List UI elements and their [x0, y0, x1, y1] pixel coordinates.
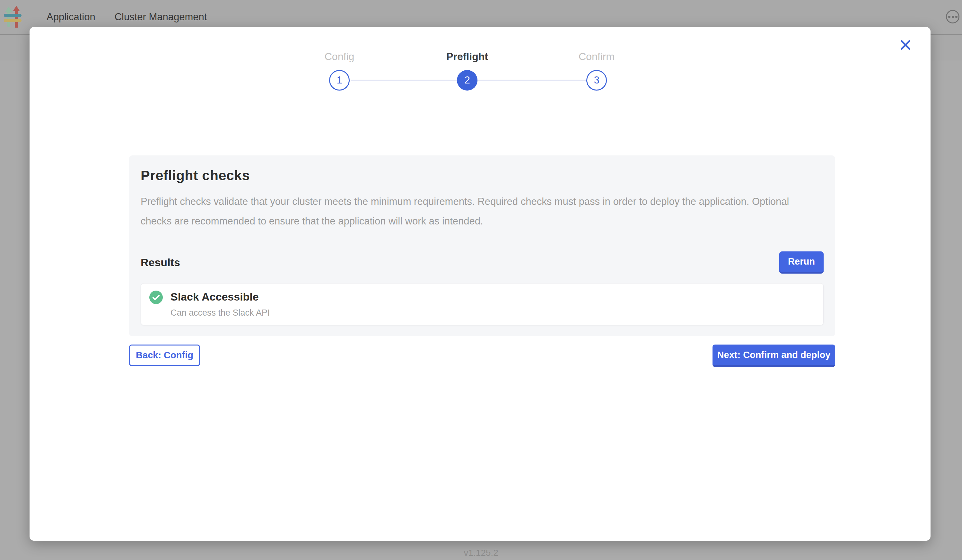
step-circle-1: 1 [329, 70, 350, 90]
step-circle-2: 2 [457, 70, 478, 90]
results-header-row: Results Rerun [140, 252, 823, 274]
rerun-button[interactable]: Rerun [779, 252, 823, 274]
check-detail: Can access the Slack API [171, 308, 270, 318]
preflight-check-row: Slack Accessible Can access the Slack AP… [140, 283, 823, 325]
app-version-text: v1.125.2 [0, 548, 962, 558]
next-confirm-deploy-button[interactable]: Next: Confirm and deploy [712, 345, 835, 367]
preflight-wizard-modal: Config Preflight Confirm 1 2 3 Preflight… [29, 27, 931, 541]
step-label-confirm: Confirm [533, 51, 661, 63]
check-text: Slack Accessible Can access the Slack AP… [171, 290, 270, 318]
results-label: Results [140, 256, 180, 269]
step-circle-3: 3 [586, 70, 607, 90]
step-label-preflight: Preflight [403, 51, 531, 63]
back-config-button[interactable]: Back: Config [129, 345, 200, 366]
wizard-actions-row: Back: Config Next: Confirm and deploy [129, 345, 835, 367]
nav-item-application[interactable]: Application [47, 11, 95, 23]
preflight-panel: Preflight checks Preflight checks valida… [129, 155, 835, 336]
step-connector-line [351, 80, 604, 81]
kots-logo[interactable] [4, 6, 22, 27]
check-name: Slack Accessible [171, 290, 270, 303]
close-icon[interactable] [898, 38, 912, 52]
nav-item-cluster-management[interactable]: Cluster Management [115, 11, 207, 23]
ellipsis-dot [952, 16, 954, 18]
ellipsis-dot [948, 16, 951, 18]
ellipsis-icon[interactable] [946, 10, 959, 23]
panel-description: Preflight checks validate that your clus… [140, 192, 815, 231]
ellipsis-dot [955, 16, 957, 18]
step-label-config: Config [275, 51, 404, 63]
check-circle-icon [149, 290, 163, 305]
panel-title: Preflight checks [140, 168, 823, 183]
